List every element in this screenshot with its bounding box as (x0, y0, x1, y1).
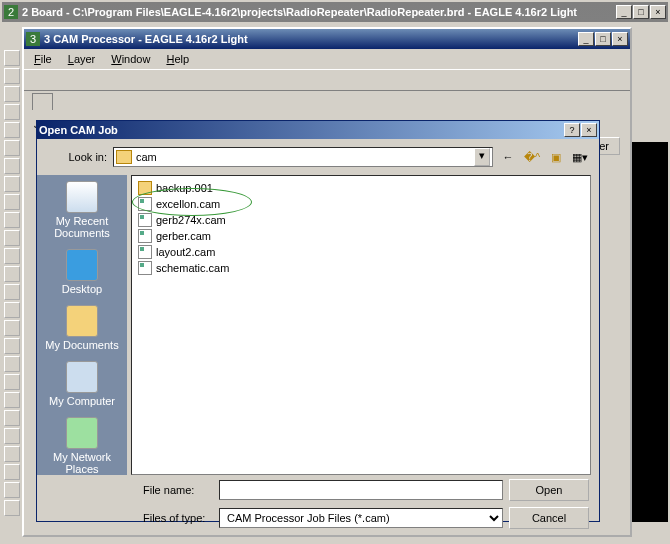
cam-tab[interactable] (32, 93, 53, 110)
dialog-close-button[interactable]: × (581, 123, 597, 137)
tool-delete-icon[interactable] (4, 230, 20, 246)
list-item[interactable]: schematic.cam (136, 260, 586, 276)
tool-info-icon[interactable] (4, 50, 20, 66)
tool-miter-icon[interactable] (4, 320, 20, 336)
menu-file[interactable]: FFileile (28, 51, 58, 67)
tool-wire-icon[interactable] (4, 392, 20, 408)
list-item[interactable]: gerber.cam (136, 228, 586, 244)
file-icon (138, 229, 152, 243)
file-icon (138, 261, 152, 275)
folder-icon (116, 150, 132, 164)
cam-menubar: FFileile Layer Window Help (24, 49, 630, 69)
file-list[interactable]: backup.001 excellon.cam gerb274x.cam ger… (131, 175, 591, 475)
dialog-titlebar: Open CAM Job ? × (37, 121, 599, 139)
list-item[interactable]: backup.001 (136, 180, 586, 196)
list-item[interactable]: layout2.cam (136, 244, 586, 260)
tool-rect-icon[interactable] (4, 464, 20, 480)
cam-maximize-button[interactable]: □ (595, 32, 611, 46)
dialog-help-button[interactable]: ? (564, 123, 580, 137)
mydocs-icon (66, 305, 98, 337)
open-button[interactable]: Open (509, 479, 589, 501)
menu-help[interactable]: Help (160, 51, 195, 67)
list-item[interactable]: excellon.cam (136, 196, 586, 212)
cam-app-icon: 3 (26, 32, 40, 46)
lookin-value: cam (136, 151, 157, 163)
back-icon[interactable]: ← (499, 148, 517, 166)
tool-split-icon[interactable] (4, 338, 20, 354)
filetype-select[interactable]: CAM Processor Job Files (*.cam) (219, 508, 503, 528)
network-icon (66, 417, 98, 449)
tool-ripup-icon[interactable] (4, 374, 20, 390)
open-dialog: Open CAM Job ? × Look in: cam ▾ ← �^ ▣ ▦… (36, 120, 600, 522)
file-icon (138, 245, 152, 259)
lookin-label: Look in: (47, 151, 107, 163)
new-folder-icon[interactable]: ▣ (547, 148, 565, 166)
tool-move-icon[interactable] (4, 86, 20, 102)
dialog-title: Open CAM Job (39, 124, 564, 136)
tool-name-icon[interactable] (4, 266, 20, 282)
minimize-button[interactable]: _ (616, 5, 632, 19)
cam-minimize-button[interactable]: _ (578, 32, 594, 46)
tool-value-icon[interactable] (4, 284, 20, 300)
cam-titlebar: 3 3 CAM Processor - EAGLE 4.16r2 Light _… (24, 29, 630, 49)
cam-close-button[interactable]: × (612, 32, 628, 46)
tool-poly-icon[interactable] (4, 482, 20, 498)
tool-smash-icon[interactable] (4, 302, 20, 318)
tool-route-icon[interactable] (4, 356, 20, 372)
tool-layer-icon[interactable] (4, 68, 20, 84)
main-title: 2 Board - C:\Program Files\EAGLE-4.16r2\… (22, 6, 616, 18)
filename-input[interactable] (219, 480, 503, 500)
folder-icon (138, 181, 152, 195)
tool-text-icon[interactable] (4, 410, 20, 426)
up-icon[interactable]: �^ (523, 148, 541, 166)
tool-change-icon[interactable] (4, 176, 20, 192)
tool-mirror-icon[interactable] (4, 122, 20, 138)
tool-circle-icon[interactable] (4, 428, 20, 444)
place-desktop[interactable]: Desktop (62, 249, 102, 295)
filename-label: File name: (143, 484, 213, 496)
tool-add-icon[interactable] (4, 248, 20, 264)
dropdown-icon[interactable]: ▾ (474, 148, 490, 166)
tool-copy-icon[interactable] (4, 104, 20, 120)
filetype-label: Files of type: (143, 512, 213, 524)
maximize-button[interactable]: □ (633, 5, 649, 19)
tool-paste-icon[interactable] (4, 212, 20, 228)
recent-icon (66, 181, 98, 213)
tool-rotate-icon[interactable] (4, 140, 20, 156)
menu-window[interactable]: Window (105, 51, 156, 67)
computer-icon (66, 361, 98, 393)
cam-toolbar (24, 69, 630, 91)
tool-cut-icon[interactable] (4, 194, 20, 210)
tool-arc-icon[interactable] (4, 446, 20, 462)
place-network[interactable]: My Network Places (37, 417, 127, 475)
main-titlebar: 2 2 Board - C:\Program Files\EAGLE-4.16r… (2, 2, 668, 22)
file-icon (138, 197, 152, 211)
app-icon: 2 (4, 5, 18, 19)
view-menu-icon[interactable]: ▦▾ (571, 148, 589, 166)
place-recent[interactable]: My Recent Documents (37, 181, 127, 239)
cam-title: 3 CAM Processor - EAGLE 4.16r2 Light (44, 33, 578, 45)
left-toolbar (4, 50, 22, 516)
place-mydocs[interactable]: My Documents (45, 305, 118, 351)
places-bar: My Recent Documents Desktop My Documents… (37, 175, 127, 475)
list-item[interactable]: gerb274x.cam (136, 212, 586, 228)
desktop-icon (66, 249, 98, 281)
tool-group-icon[interactable] (4, 158, 20, 174)
menu-layer[interactable]: Layer (62, 51, 102, 67)
lookin-combo[interactable]: cam ▾ (113, 147, 493, 167)
tool-via-icon[interactable] (4, 500, 20, 516)
close-button[interactable]: × (650, 5, 666, 19)
place-mycomp[interactable]: My Computer (49, 361, 115, 407)
file-icon (138, 213, 152, 227)
cancel-button[interactable]: Cancel (509, 507, 589, 529)
